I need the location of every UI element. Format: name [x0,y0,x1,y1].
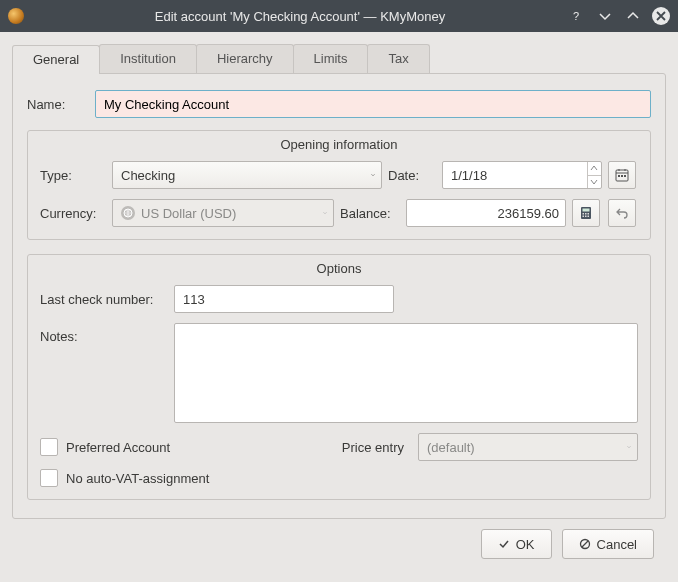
tab-general[interactable]: General [12,45,100,74]
chevron-down-icon [615,440,631,455]
type-value: Checking [121,168,175,183]
svg-rect-10 [583,209,590,212]
svg-rect-6 [621,175,623,177]
undo-icon [615,206,629,220]
maximize-button[interactable] [624,7,642,25]
svg-rect-13 [588,213,590,215]
check-icon [498,538,510,550]
help-button[interactable]: ? [568,7,586,25]
calendar-button[interactable] [608,161,636,189]
notes-label: Notes: [40,323,164,344]
opening-title: Opening information [28,137,650,152]
svg-line-18 [582,541,588,547]
balance-field[interactable] [415,206,565,221]
date-step-up[interactable] [588,162,601,176]
window-title: Edit account 'My Checking Account' — KMy… [32,9,568,24]
svg-text:?: ? [573,10,579,22]
name-input[interactable] [95,90,651,118]
window-body: General Institution Hierarchy Limits Tax… [0,32,678,571]
price-entry-label: Price entry [342,440,404,455]
tab-institution[interactable]: Institution [99,44,197,73]
no-vat-checkbox[interactable] [40,469,58,487]
date-field[interactable] [451,168,587,183]
calculator-icon [579,206,593,220]
last-check-label: Last check number: [40,292,164,307]
svg-rect-15 [585,216,587,218]
options-group: Options Last check number: Notes: Prefer… [27,254,651,500]
svg-rect-5 [618,175,620,177]
minimize-button[interactable] [596,7,614,25]
svg-rect-16 [588,216,590,218]
balance-label: Balance: [340,206,400,221]
name-label: Name: [27,97,85,112]
svg-rect-14 [583,216,585,218]
date-step-down[interactable] [588,176,601,189]
currency-label: Currency: [40,206,106,221]
preferred-checkbox[interactable] [40,438,58,456]
window-controls: ? [568,7,670,25]
notes-textarea[interactable] [174,323,638,423]
price-entry-select: (default) [418,433,638,461]
no-vat-label: No auto-VAT-assignment [66,471,209,486]
tab-panel-general: Name: Opening information Type: Checking… [12,73,666,519]
undo-button[interactable] [608,199,636,227]
tab-hierarchy[interactable]: Hierarchy [196,44,294,73]
button-bar: OK Cancel [12,519,666,559]
date-input[interactable] [442,161,602,189]
type-select[interactable]: Checking [112,161,382,189]
chevron-down-icon [311,206,327,221]
cancel-label: Cancel [597,537,637,552]
ok-button[interactable]: OK [481,529,552,559]
svg-rect-7 [624,175,626,177]
app-icon [8,8,24,24]
svg-rect-11 [583,213,585,215]
ok-label: OK [516,537,535,552]
calendar-icon [615,168,629,182]
svg-rect-12 [585,213,587,215]
tab-bar: General Institution Hierarchy Limits Tax [12,44,666,73]
options-title: Options [28,261,650,276]
globe-icon [121,206,135,220]
date-label: Date: [388,168,436,183]
close-button[interactable] [652,7,670,25]
last-check-input[interactable] [183,292,387,307]
opening-group: Opening information Type: Checking Date: [27,130,651,240]
tab-tax[interactable]: Tax [367,44,429,73]
balance-input[interactable] [406,199,566,227]
last-check-input-wrap [174,285,394,313]
price-entry-value: (default) [427,440,475,455]
calculator-button[interactable] [572,199,600,227]
titlebar: Edit account 'My Checking Account' — KMy… [0,0,678,32]
chevron-down-icon [359,168,375,183]
currency-value: US Dollar (USD) [141,206,236,221]
cancel-icon [579,538,591,550]
preferred-label: Preferred Account [66,440,170,455]
currency-select: US Dollar (USD) [112,199,334,227]
tab-limits[interactable]: Limits [293,44,369,73]
type-label: Type: [40,168,106,183]
cancel-button[interactable]: Cancel [562,529,654,559]
